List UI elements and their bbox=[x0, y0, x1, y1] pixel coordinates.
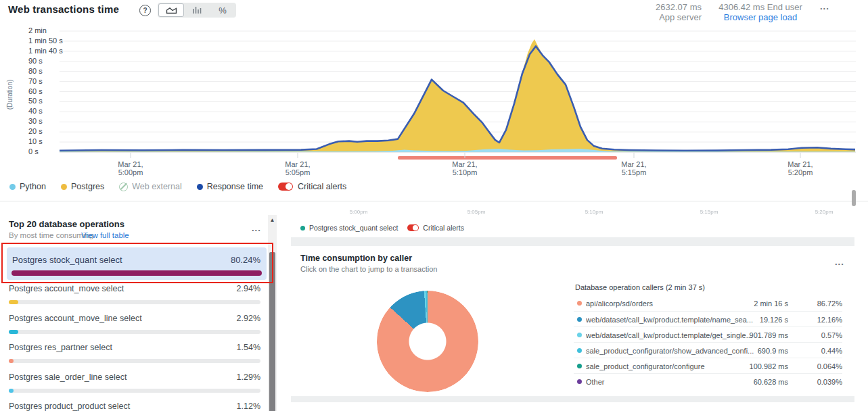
db-operation-pct: 1.54% bbox=[237, 343, 260, 352]
legend-item-python[interactable]: Python bbox=[9, 182, 46, 191]
db-operation-name: Postgres res_partner select bbox=[9, 343, 112, 352]
disabled-series-icon bbox=[119, 183, 128, 191]
x-tick-line1: Mar 21, bbox=[773, 160, 827, 168]
x-tick-line1: Mar 21, bbox=[104, 160, 158, 168]
legend-label: Web external bbox=[132, 182, 181, 191]
caller-pct: 0.039% bbox=[795, 378, 842, 386]
db-operation-bar bbox=[9, 330, 18, 334]
legend-item-web-external[interactable]: Web external bbox=[119, 182, 181, 191]
db-operation-name: Postgres product_product select bbox=[9, 402, 130, 411]
caller-row[interactable]: sale_product_configurator/show_advanced_… bbox=[574, 342, 842, 358]
caller-row[interactable]: web/dataset/call_kw/product.template/nam… bbox=[574, 311, 842, 327]
mini-x-tick-label: 5:15pm bbox=[700, 209, 718, 215]
legend-item-postgres[interactable]: Postgres bbox=[61, 182, 104, 191]
db-operation-name: Postgres account_move_line select bbox=[9, 314, 142, 323]
card-gap-bottom bbox=[291, 396, 854, 402]
mini-x-tick-label: 5:10pm bbox=[585, 209, 603, 215]
caller-series-dot bbox=[577, 379, 582, 384]
y-tick-label: 50 s bbox=[28, 97, 43, 105]
db-operations-title: Top 20 database operations bbox=[9, 219, 124, 229]
card-gap bbox=[291, 237, 854, 246]
y-tick-label: 2 min bbox=[28, 26, 47, 34]
db-operation-row[interactable]: Postgres sale_order_line select1.29% bbox=[9, 372, 260, 400]
x-tick-line2: 5:00pm bbox=[104, 168, 158, 176]
db-operation-pct: 1.29% bbox=[237, 372, 260, 382]
caller-series-dot bbox=[577, 348, 582, 353]
caller-name: api/alicorp/sd/orders bbox=[586, 299, 653, 308]
critical-alert-band bbox=[398, 156, 617, 160]
db-operation-bar-track bbox=[9, 389, 260, 393]
y-tick-label: 30 s bbox=[28, 117, 43, 125]
y-tick-label: 20 s bbox=[28, 127, 43, 135]
db-operations-menu-button[interactable]: ... bbox=[252, 223, 261, 233]
scroll-up-arrow[interactable]: ▲ bbox=[268, 215, 277, 223]
y-tick-label: 60 s bbox=[28, 87, 43, 95]
caller-name: sale_product_configurator/configure bbox=[586, 362, 705, 370]
db-list-scrollbar-thumb[interactable] bbox=[269, 252, 275, 411]
db-operation-row[interactable]: Postgres res_partner select1.54% bbox=[9, 343, 260, 370]
db-operation-pct: 80.24% bbox=[231, 255, 260, 265]
caller-time: 19.126 s bbox=[714, 316, 788, 324]
section-divider bbox=[0, 201, 868, 201]
time-consumption-donut[interactable] bbox=[377, 291, 478, 392]
caller-row[interactable]: api/alicorp/sd/orders2 min 16 s86.72% bbox=[574, 295, 842, 311]
db-operation-bar bbox=[9, 389, 14, 393]
db-operation-pct: 2.94% bbox=[237, 284, 260, 293]
caller-series-dot bbox=[577, 301, 582, 306]
x-tick-label: Mar 21,5:00pm bbox=[104, 160, 158, 176]
caller-series-dot bbox=[577, 317, 582, 322]
db-operation-pct: 1.12% bbox=[237, 402, 260, 411]
toggle-knob bbox=[285, 183, 292, 190]
legend-item-response-time[interactable]: Response time bbox=[197, 182, 263, 191]
apm-dashboard: Web transactions time ? % 2632.07 ms App… bbox=[0, 0, 868, 411]
mini-x-tick-label: 5:00pm bbox=[350, 209, 368, 215]
y-tick-label: 90 s bbox=[28, 57, 43, 65]
db-operation-row[interactable]: Postgres stock_quant select80.24% bbox=[7, 247, 267, 280]
y-tick-label: 80 s bbox=[28, 67, 43, 75]
mini-legend-label[interactable]: Postgres stock_quant select bbox=[309, 224, 398, 232]
db-operation-row[interactable]: Postgres account_move select2.94% bbox=[9, 284, 260, 311]
caller-panel-menu-button[interactable]: ... bbox=[835, 257, 844, 267]
x-tick-line1: Mar 21, bbox=[271, 160, 325, 168]
legend-label: Python bbox=[20, 182, 46, 191]
db-operation-bar-track bbox=[9, 330, 260, 334]
x-tick-line1: Mar 21, bbox=[607, 160, 661, 168]
view-full-table-link[interactable]: View full table bbox=[81, 231, 129, 239]
db-operation-name: Postgres stock_quant select bbox=[12, 255, 122, 265]
caller-time: 100.982 ms bbox=[714, 362, 788, 370]
x-tick-line2: 5:15pm bbox=[607, 168, 661, 176]
caller-pct: 12.16% bbox=[795, 316, 842, 324]
db-operation-bar bbox=[9, 300, 18, 304]
y-tick-label: 1 min 40 s bbox=[28, 47, 63, 55]
x-tick-line1: Mar 21, bbox=[438, 160, 492, 168]
legend-item-critical-alerts[interactable]: Critical alerts bbox=[278, 182, 346, 191]
x-tick-line2: 5:05pm bbox=[271, 168, 325, 176]
db-list-scrollbar-track[interactable]: ▲ bbox=[268, 215, 277, 411]
critical-alerts-toggle[interactable] bbox=[407, 224, 419, 231]
legend-dot bbox=[61, 184, 67, 190]
x-tick-label: Mar 21,5:05pm bbox=[271, 160, 325, 176]
caller-pct: 86.72% bbox=[795, 299, 842, 308]
caller-table-title: Database operation callers (2 min 37 s) bbox=[575, 283, 705, 291]
x-tick-label: Mar 21,5:15pm bbox=[607, 160, 661, 176]
page-scrollbar-thumb[interactable] bbox=[852, 190, 856, 206]
y-tick-label: 1 min 50 s bbox=[28, 37, 63, 45]
db-operation-bar bbox=[9, 359, 14, 363]
caller-panel-title: Time consumption by caller bbox=[300, 253, 412, 263]
caller-time: 901.789 ms bbox=[714, 331, 788, 339]
y-tick-label: 40 s bbox=[28, 107, 43, 115]
db-operation-row[interactable]: Postgres account_move_line select2.92% bbox=[9, 314, 260, 341]
caller-name: Other bbox=[586, 378, 605, 386]
caller-row[interactable]: Other60.628 ms0.039% bbox=[574, 373, 842, 389]
caller-pct: 0.57% bbox=[795, 331, 842, 339]
series-area-postgres bbox=[60, 39, 855, 152]
chart-legend: PythonPostgresWeb externalResponse timeC… bbox=[9, 182, 361, 191]
db-operation-pct: 2.92% bbox=[237, 314, 260, 323]
legend-dot bbox=[197, 184, 203, 190]
db-operation-row[interactable]: Postgres product_product select1.12% bbox=[9, 402, 260, 411]
series-dot bbox=[300, 226, 305, 231]
legend-dot bbox=[9, 184, 16, 190]
caller-row[interactable]: web/dataset/call_kw/product.template/get… bbox=[574, 327, 842, 343]
critical-alerts-toggle[interactable] bbox=[278, 183, 293, 191]
caller-row[interactable]: sale_product_configurator/configure100.9… bbox=[574, 358, 842, 374]
